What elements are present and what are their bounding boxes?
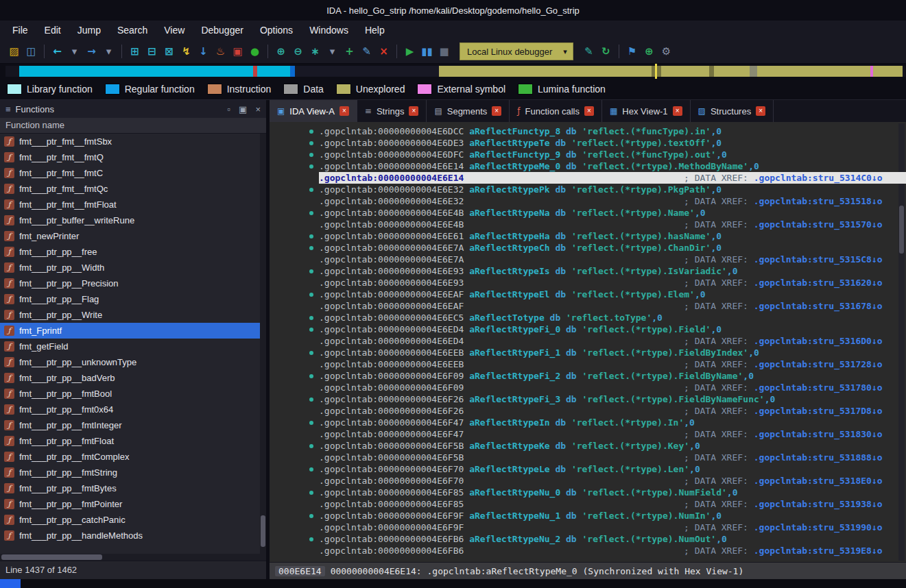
function-list-item[interactable]: ƒ fmt___ptr_pp__fmtBytes <box>0 480 266 496</box>
xref-target[interactable]: .gopclntab:stru_531990↓o <box>754 522 883 532</box>
disassembly-line[interactable]: .gopclntab:00000000004E6F47 aReflectRtyp… <box>319 417 906 428</box>
tab-segments[interactable]: ▤ Segments × <box>427 100 510 122</box>
disassembly-line[interactable]: .gopclntab:00000000004E6DFC aReflectFunc… <box>319 149 906 160</box>
disassembly-line[interactable]: .gopclntab:00000000004E6E7A aReflectRtyp… <box>319 242 906 254</box>
symbol-name[interactable]: aReflectRtypeNu_1 <box>469 511 560 521</box>
menu-help[interactable]: Help <box>357 21 393 40</box>
xref-target[interactable]: .gopclntab:stru_5317D8↓o <box>754 406 883 416</box>
disassembly-line[interactable]: .gopclntab:00000000004E6EEB aReflectRtyp… <box>319 347 906 358</box>
symbol-name[interactable]: aReflectRtypeFi_0 <box>469 324 560 334</box>
attach-process-icon[interactable]: ▣ <box>230 44 246 59</box>
disassembly-line[interactable]: .gopclntab:00000000004E6F85 aReflectRtyp… <box>319 487 906 498</box>
options-gear-icon[interactable]: ⚙ <box>658 44 674 59</box>
disassembly-line[interactable]: .gopclntab:00000000004E6E7A ; DATA XREF:… <box>319 254 906 265</box>
xref-target[interactable]: .gopclntab:stru_5319E8↓o <box>754 546 883 556</box>
symbol-name[interactable]: aReflectRtypeEl <box>469 289 549 299</box>
function-list-item[interactable]: ƒ fmt___ptr_pp__unknownType <box>0 354 266 370</box>
tab-close-icon[interactable]: × <box>492 106 501 116</box>
scrollbar-thumb[interactable] <box>261 515 265 547</box>
disassembly-line[interactable]: .gopclntab:00000000004E6F5B ; DATA XREF:… <box>319 452 906 463</box>
menu-search[interactable]: Search <box>109 21 156 40</box>
open-file-icon[interactable]: ▨ <box>6 44 22 59</box>
navigation-band[interactable] <box>0 64 906 79</box>
function-list-item[interactable]: ƒ fmt___ptr_pp__fmtComplex <box>0 449 266 465</box>
function-list-vertical-scrollbar[interactable] <box>260 134 266 554</box>
hotpatch-icon[interactable]: ♨ <box>213 44 228 59</box>
taskbar-app-indicator[interactable] <box>0 579 21 588</box>
jump-name-icon[interactable]: ⊟ <box>144 44 160 59</box>
xref-target[interactable]: .gopclntab:stru_5316D0↓o <box>754 336 883 346</box>
disassembly-line[interactable]: .gopclntab:00000000004E6F26 aReflectRtyp… <box>319 393 906 405</box>
disassembly-line[interactable]: .gopclntab:00000000004E6EAF aReflectRtyp… <box>319 289 906 300</box>
tab-strings[interactable]: ≡ Strings × <box>357 100 427 122</box>
tab-close-icon[interactable]: × <box>673 106 682 116</box>
function-list-item[interactable]: ƒ fmt___ptr_pp__handleMethods <box>0 528 266 543</box>
function-list-item[interactable]: ƒ fmt___ptr_fmt__fmtQ <box>0 149 266 165</box>
function-list-horizontal-scrollbar[interactable] <box>0 554 266 561</box>
symbol-name[interactable]: aReflectRtypeFi_2 <box>469 371 560 381</box>
function-list-item[interactable]: ƒ fmt___ptr_pp__fmt0x64 <box>0 402 266 417</box>
function-list-item[interactable]: ƒ fmt___ptr_fmt__fmtC <box>0 165 266 181</box>
debugger-selector[interactable]: Local Linux debugger ▾ <box>460 42 573 60</box>
xref-target[interactable]: .gopclntab:stru_531830↓o <box>754 429 883 439</box>
xref-target[interactable]: .gopclntab:stru_531888↓o <box>754 452 883 463</box>
disassembly-line[interactable]: .gopclntab:00000000004E6F9F aReflectRtyp… <box>319 510 906 522</box>
function-list-item[interactable]: ƒ fmt_Fprintf <box>0 323 266 339</box>
function-list-item[interactable]: ƒ fmt___ptr_pp__fmtPointer <box>0 496 266 512</box>
disassembly-line[interactable]: .gopclntab:00000000004E6E4B ; DATA XREF:… <box>319 219 906 230</box>
dock-close-icon[interactable]: × <box>255 104 261 114</box>
symbol-name[interactable]: aReflectFunctyp_8 <box>469 126 560 136</box>
function-list-item[interactable]: ƒ fmt___ptr_pp__fmtString <box>0 465 266 480</box>
disassembly-line[interactable]: .gopclntab:00000000004E6E93 ; DATA XREF:… <box>319 277 906 289</box>
column-header-function-name[interactable]: Function name <box>0 118 266 134</box>
function-list-item[interactable]: ƒ fmt___ptr_pp__Precision <box>0 275 266 291</box>
disassembly-line[interactable]: .gopclntab:00000000004E6F85 ; DATA XREF:… <box>319 498 906 510</box>
tab-ida-view-a[interactable]: ▣ IDA View-A × <box>270 100 357 122</box>
stop-process-icon[interactable]: ■ <box>436 44 452 59</box>
symbol-name[interactable]: aReflectRtypeIs <box>469 266 549 276</box>
new-item-icon[interactable]: + <box>342 44 357 59</box>
start-process-icon[interactable]: ▶ <box>402 44 418 59</box>
disassembly-line[interactable]: .gopclntab:00000000004E6F47 ; DATA XREF:… <box>319 428 906 440</box>
cancel-icon[interactable]: × <box>376 44 392 59</box>
xref-target[interactable]: .gopclntab:stru_5314C0↓o <box>754 173 883 183</box>
xref-target[interactable]: .gopclntab:stru_5315C8↓o <box>754 254 883 265</box>
forward-history-dropdown-icon[interactable]: ▾ <box>101 44 117 59</box>
disassembly-line[interactable]: .gopclntab:00000000004E6E32 ; DATA XREF:… <box>319 195 906 207</box>
add-breakpoint-icon[interactable]: ⊕ <box>273 44 289 59</box>
edit-icon[interactable]: ✎ <box>359 44 374 59</box>
tab-close-icon[interactable]: × <box>409 106 418 116</box>
disassembly-line[interactable]: .gopclntab:00000000004E6DCC aReflectFunc… <box>319 125 906 137</box>
disassembly-line[interactable]: .gopclntab:00000000004E6ED4 ; DATA XREF:… <box>319 335 906 347</box>
function-list-item[interactable]: ƒ fmt___ptr_fmt__fmtQc <box>0 181 266 197</box>
symbol-name[interactable]: aReflectRtypePk <box>469 184 549 195</box>
menu-options[interactable]: Options <box>252 21 301 40</box>
disassembly-line[interactable]: .gopclntab:00000000004E6F09 aReflectRtyp… <box>319 370 906 382</box>
tab-close-icon[interactable]: × <box>756 106 765 116</box>
jump-segment-icon[interactable]: ⊠ <box>161 44 177 59</box>
function-list-item[interactable]: ƒ fmt_newPrinter <box>0 228 266 244</box>
jump-address-icon[interactable]: ⊞ <box>127 44 143 59</box>
breakpoint-list-icon[interactable]: ∗ <box>307 44 323 59</box>
menu-file[interactable]: File <box>4 21 36 40</box>
disassembly-line[interactable]: .gopclntab:00000000004E6DE3 aReflectRtyp… <box>319 137 906 149</box>
disassembly-line[interactable]: .gopclntab:00000000004E6F70 ; DATA XREF:… <box>319 475 906 487</box>
save-file-icon[interactable]: ◫ <box>23 44 39 59</box>
function-list-item[interactable]: ƒ fmt___ptr_pp__free <box>0 244 266 260</box>
menu-view[interactable]: View <box>156 21 193 40</box>
symbol-name[interactable]: aReflectRtypeFi_1 <box>469 347 560 358</box>
function-list-item[interactable]: ƒ fmt___ptr_fmt__fmtSbx <box>0 134 266 149</box>
disassembly-line[interactable]: .gopclntab:00000000004E6E4B aReflectRtyp… <box>319 207 906 219</box>
symbol-name[interactable]: aReflectRtypeNu_0 <box>469 487 560 498</box>
symbol-name[interactable]: aReflectRtypeNu_2 <box>469 534 560 544</box>
symbol-name[interactable]: aReflectRtypeFi_3 <box>469 394 560 404</box>
tracing-icon[interactable]: ↯ <box>178 44 194 59</box>
disassembly-line[interactable]: .gopclntab:00000000004E6E14 ; DATA XREF:… <box>319 172 906 184</box>
add-watch-icon[interactable]: ⊕ <box>641 44 657 59</box>
record-icon[interactable]: ● <box>247 44 263 59</box>
symbol-name[interactable]: aReflectRtypeLe <box>469 464 549 474</box>
breakpoint-dropdown-icon[interactable]: ▾ <box>324 44 340 59</box>
navigate-back-icon[interactable]: ← <box>49 44 65 59</box>
function-list-item[interactable]: ƒ fmt___ptr_pp__fmtInteger <box>0 417 266 433</box>
function-list-item[interactable]: ƒ fmt___ptr_buffer__writeRune <box>0 212 266 228</box>
